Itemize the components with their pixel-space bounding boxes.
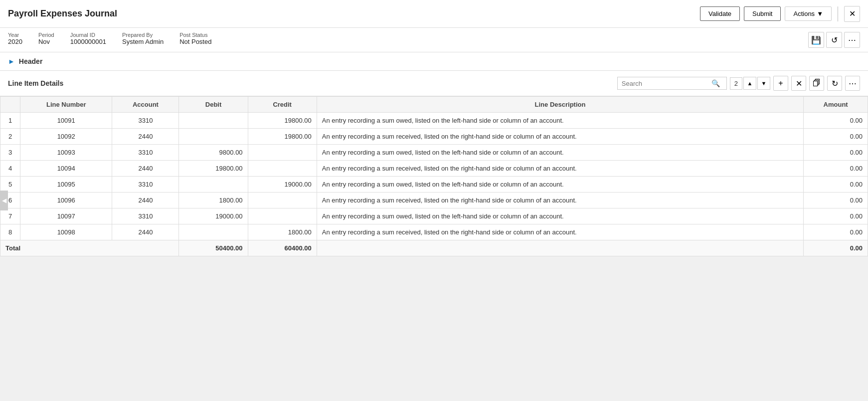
line-items-table: Line Number Account Debit Credit Line De…	[0, 96, 868, 256]
row-amount: 0.00	[804, 113, 868, 129]
table-row[interactable]: 5 10095 3310 19000.00 An entry recording…	[0, 177, 868, 193]
page-down-button[interactable]: ▼	[757, 77, 770, 90]
line-item-header: Line Item Details 🔍 2 ▲ ▼ + ✕ 🗍 ↻ ⋯	[0, 71, 868, 96]
table-row[interactable]: 1 10091 3310 19800.00 An entry recording…	[0, 113, 868, 129]
post-status-label: Post Status	[179, 32, 211, 38]
total-label: Total	[0, 240, 179, 256]
actions-dropdown-icon: ▼	[817, 10, 823, 17]
row-description: An entry recording a sum received, liste…	[317, 193, 804, 208]
row-line-number: 10097	[20, 208, 112, 224]
row-account: 3310	[112, 145, 179, 161]
col-account: Account	[112, 97, 179, 113]
undo-button[interactable]: ↺	[826, 32, 842, 48]
page-nav: 2 ▲ ▼	[730, 77, 770, 90]
line-item-title: Line Item Details	[8, 79, 63, 87]
delete-row-button[interactable]: ✕	[791, 76, 806, 91]
row-account: 2440	[112, 161, 179, 177]
more-row-options-button[interactable]: ⋯	[845, 76, 860, 91]
table-row[interactable]: 8 10098 2440 1800.00 An entry recording …	[0, 224, 868, 240]
col-line-number: Line Number	[20, 97, 112, 113]
table-row[interactable]: 4 10094 2440 19800.00 An entry recording…	[0, 161, 868, 177]
row-debit	[179, 177, 248, 193]
journal-id-label: Journal ID	[70, 32, 106, 38]
validate-button[interactable]: Validate	[700, 6, 740, 21]
left-nav-arrow[interactable]: ◀	[0, 191, 8, 210]
meta-post-status: Post Status Not Posted	[179, 32, 211, 45]
save-button[interactable]: 💾	[808, 32, 824, 48]
row-account: 2440	[112, 224, 179, 240]
row-line-number: 10096	[20, 193, 112, 208]
row-account: 2440	[112, 193, 179, 208]
meta-bar: Year 2020 Period Nov Journal ID 10000000…	[0, 28, 868, 52]
header-section-label: Header	[19, 57, 42, 65]
row-credit	[248, 208, 317, 224]
row-amount: 0.00	[804, 208, 868, 224]
row-credit: 19800.00	[248, 129, 317, 145]
table-row[interactable]: 2 10092 2440 19800.00 An entry recording…	[0, 129, 868, 145]
page-number: 2	[730, 77, 742, 90]
submit-button[interactable]: Submit	[744, 6, 781, 21]
col-amount: Amount	[804, 97, 868, 113]
row-amount: 0.00	[804, 177, 868, 193]
row-description: An entry recording a sum received, liste…	[317, 224, 804, 240]
year-label: Year	[8, 32, 22, 38]
row-num: 4	[0, 161, 20, 177]
meta-period: Period Nov	[38, 32, 54, 45]
period-value: Nov	[38, 38, 54, 45]
table-row[interactable]: 7 10097 3310 19000.00 An entry recording…	[0, 208, 868, 224]
copy-row-button[interactable]: 🗍	[809, 76, 824, 91]
table-row[interactable]: 3 10093 3310 9800.00 An entry recording …	[0, 145, 868, 161]
col-debit: Debit	[179, 97, 248, 113]
row-debit	[179, 113, 248, 129]
line-item-controls: 🔍 2 ▲ ▼ + ✕ 🗍 ↻ ⋯	[617, 76, 860, 91]
row-debit: 9800.00	[179, 145, 248, 161]
close-button[interactable]: ✕	[844, 6, 860, 22]
row-credit	[248, 145, 317, 161]
row-line-number: 10095	[20, 177, 112, 193]
row-num: 2	[0, 129, 20, 145]
row-amount: 0.00	[804, 224, 868, 240]
row-description: An entry recording a sum received, liste…	[317, 129, 804, 145]
add-row-button[interactable]: +	[773, 76, 788, 91]
more-options-button[interactable]: ⋯	[844, 32, 860, 48]
row-line-number: 10094	[20, 161, 112, 177]
search-input[interactable]	[622, 80, 711, 87]
search-icon: 🔍	[711, 79, 720, 87]
meta-year: Year 2020	[8, 32, 22, 45]
table-row[interactable]: 6 10096 2440 1800.00 An entry recording …	[0, 193, 868, 208]
row-credit	[248, 161, 317, 177]
row-debit: 19800.00	[179, 161, 248, 177]
meta-actions: 💾 ↺ ⋯	[808, 32, 860, 48]
row-debit	[179, 224, 248, 240]
row-account: 3310	[112, 208, 179, 224]
total-credit: 60400.00	[248, 240, 317, 256]
year-value: 2020	[8, 38, 22, 45]
col-line-description: Line Description	[317, 97, 804, 113]
row-description: An entry recording a sum received, liste…	[317, 161, 804, 177]
journal-id-value: 1000000001	[70, 38, 106, 45]
post-status-value: Not Posted	[179, 38, 211, 45]
row-credit: 19000.00	[248, 177, 317, 193]
row-amount: 0.00	[804, 193, 868, 208]
col-credit: Credit	[248, 97, 317, 113]
row-account: 3310	[112, 113, 179, 129]
row-credit: 1800.00	[248, 224, 317, 240]
meta-prepared-by: Prepared By System Admin	[122, 32, 164, 45]
row-line-number: 10098	[20, 224, 112, 240]
meta-journal-id: Journal ID 1000000001	[70, 32, 106, 45]
row-account: 3310	[112, 177, 179, 193]
row-description: An entry recording a sum owed, listed on…	[317, 113, 804, 129]
row-num: 5	[0, 177, 20, 193]
row-line-number: 10093	[20, 145, 112, 161]
header-section[interactable]: ► Header	[0, 52, 868, 71]
col-row-num	[0, 97, 20, 113]
actions-button[interactable]: Actions ▼	[785, 6, 832, 21]
page-up-button[interactable]: ▲	[743, 77, 756, 90]
row-credit	[248, 193, 317, 208]
line-item-section: Line Item Details 🔍 2 ▲ ▼ + ✕ 🗍 ↻ ⋯ Line…	[0, 71, 868, 256]
row-num: 1	[0, 113, 20, 129]
row-amount: 0.00	[804, 161, 868, 177]
refresh-button[interactable]: ↻	[827, 76, 842, 91]
row-num: 7	[0, 208, 20, 224]
row-description: An entry recording a sum owed, listed on…	[317, 208, 804, 224]
